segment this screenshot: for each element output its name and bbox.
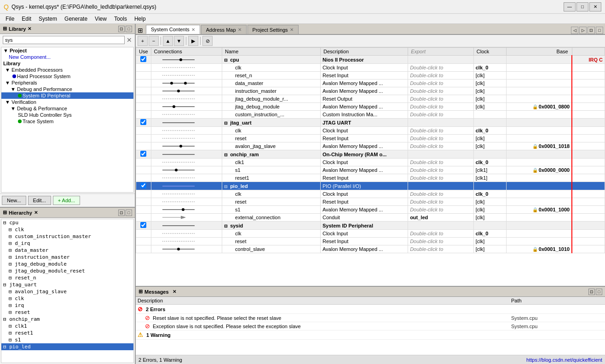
table-row[interactable]: clk Clock Input Double-click to clk_0 bbox=[136, 64, 605, 72]
hierarchy-close-icon[interactable]: ✕ bbox=[34, 210, 38, 215]
table-row[interactable]: instruction_master Avalon Memory Mapped … bbox=[136, 87, 605, 95]
use-ocram[interactable] bbox=[140, 151, 146, 157]
use-sysid[interactable] bbox=[140, 222, 146, 228]
menu-file[interactable]: File bbox=[2, 15, 18, 23]
library-close-icon[interactable]: ✕ bbox=[28, 26, 31, 31]
table-row[interactable]: reset Reset Input Double-click to [clk] bbox=[136, 135, 605, 142]
use-checkbox-cpu[interactable] bbox=[140, 56, 146, 62]
table-row[interactable]: ⊟ onchip_ram On-Chip Memory (RAM o... bbox=[136, 150, 605, 159]
library-search-clear-icon[interactable]: ✕ bbox=[127, 36, 132, 44]
table-row[interactable]: jtag_debug_module_r... Reset Output Doub… bbox=[136, 95, 605, 103]
hierarchy-detach-button[interactable]: ⊡ bbox=[118, 210, 125, 216]
menu-tools[interactable]: Tools bbox=[110, 15, 131, 23]
table-row[interactable]: reset1 Reset Input Double-click to [clk1… bbox=[136, 174, 605, 182]
table-row[interactable]: clk1 Clock Input Double-click to clk_0 bbox=[136, 159, 605, 166]
use-pio[interactable] bbox=[140, 182, 146, 188]
table-row[interactable]: s1 Avalon Memory Mapped ... Double-click… bbox=[136, 206, 605, 214]
close-button[interactable]: ✕ bbox=[589, 2, 601, 11]
error-item-1[interactable]: ⊘ Reset slave is not specified. Please s… bbox=[136, 314, 605, 322]
toolbar-remove-btn[interactable]: − bbox=[149, 36, 159, 46]
hier-pio-led[interactable]: ⊟ pio_led bbox=[1, 343, 133, 350]
toolbar-filter-btn[interactable]: ⊘ bbox=[202, 36, 213, 46]
use-jtaguart[interactable] bbox=[140, 119, 146, 125]
hier-data-master[interactable]: ⊟ data_master bbox=[1, 247, 133, 254]
hier-onchip-ram[interactable]: ⊟ onchip_ram bbox=[1, 316, 133, 323]
library-tree-item[interactable]: ▼ Project bbox=[1, 47, 133, 54]
library-new-component[interactable]: New Component... bbox=[1, 54, 133, 60]
hier-jtag-debug-reset[interactable]: ⊟ jtag_debug_module_reset bbox=[1, 267, 133, 274]
table-row[interactable]: avalon_jtag_slave Avalon Memory Mapped .… bbox=[136, 142, 605, 150]
menu-help[interactable]: Help bbox=[131, 15, 150, 23]
hier-clk1[interactable]: ⊟ clk bbox=[1, 226, 133, 233]
embedded-processors-item[interactable]: ▼ Embedded Processors bbox=[1, 67, 133, 73]
library-search-input[interactable] bbox=[3, 36, 125, 44]
tab-nav-right[interactable]: ▷ bbox=[579, 27, 587, 34]
table-row[interactable]: control_slave Avalon Memory Mapped ... D… bbox=[136, 245, 605, 253]
hier-reset1-2[interactable]: ⊟ reset1 bbox=[1, 330, 133, 336]
menu-generate[interactable]: Generate bbox=[61, 15, 91, 23]
hier-reset1[interactable]: ⊟ reset bbox=[1, 309, 133, 316]
new-button[interactable]: New... bbox=[2, 196, 26, 205]
messages-close-icon[interactable]: ✕ bbox=[173, 289, 176, 294]
tab-maximize[interactable]: □ bbox=[596, 27, 603, 34]
table-row[interactable]: custom_instruction_... Custom Instructio… bbox=[136, 111, 605, 119]
tab-nav-left[interactable]: ◁ bbox=[571, 27, 578, 34]
menu-view[interactable]: View bbox=[91, 15, 110, 23]
error-item-2[interactable]: ⊘ Exception slave is not specified. Plea… bbox=[136, 322, 605, 330]
table-row[interactable]: external_connection Conduit out_led [clk… bbox=[136, 214, 605, 222]
toolbar-run-btn[interactable]: ▶ bbox=[188, 36, 198, 46]
messages-maximize-button[interactable]: □ bbox=[596, 289, 602, 295]
hier-avalon-jtag[interactable]: ⊟ avalon_jtag_slave bbox=[1, 288, 133, 295]
hier-reset-n[interactable]: ⊟ reset_n bbox=[1, 274, 133, 281]
table-row[interactable]: clk Clock Input Double-click to clk_0 bbox=[136, 190, 605, 198]
table-row[interactable]: reset Reset Input Double-click to [clk] bbox=[136, 238, 605, 245]
tab-address-map[interactable]: Address Map ✕ bbox=[201, 25, 247, 34]
menu-edit[interactable]: Edit bbox=[18, 15, 35, 23]
table-row[interactable]: ⊟ sysid System ID Peripheral bbox=[136, 222, 605, 230]
toolbar-add-btn[interactable]: + bbox=[138, 36, 148, 46]
hier-jtag-uart[interactable]: ⊟ jtag_uart bbox=[1, 281, 133, 288]
tab-detach[interactable]: ⊡ bbox=[588, 27, 595, 34]
tab-project-settings-close[interactable]: ✕ bbox=[290, 27, 294, 32]
table-row[interactable]: reset_n Reset Input Double-click to [clk… bbox=[136, 72, 605, 80]
menu-system[interactable]: System bbox=[35, 15, 61, 23]
hard-processor-item[interactable]: Hard Processor System bbox=[1, 73, 133, 80]
hier-cpu[interactable]: ⊟ cpu bbox=[1, 219, 133, 226]
debug-perf2-item[interactable]: ▼ Debug & Performance bbox=[1, 105, 133, 112]
add-button[interactable]: + Add... bbox=[53, 196, 81, 205]
tab-system-contents[interactable]: System Contents ✕ bbox=[146, 25, 200, 34]
hier-jtag-debug[interactable]: ⊟ jtag_debug_module bbox=[1, 261, 133, 267]
minimize-button[interactable]: — bbox=[564, 2, 576, 11]
tab-project-settings[interactable]: Project Settings ✕ bbox=[248, 25, 299, 34]
table-row[interactable]: data_master Avalon Memory Mapped ... Dou… bbox=[136, 80, 605, 87]
maximize-button[interactable]: □ bbox=[576, 2, 588, 11]
hier-instr-master[interactable]: ⊟ instruction_master bbox=[1, 254, 133, 261]
trace-system-item[interactable]: Trace System bbox=[1, 118, 133, 125]
hier-clk2[interactable]: ⊟ clk bbox=[1, 295, 133, 302]
hier-irq[interactable]: ⊟ irq bbox=[1, 302, 133, 309]
table-row[interactable]: reset Reset Input Double-click to [clk] bbox=[136, 198, 605, 206]
verification-item[interactable]: ▼ Verification bbox=[1, 99, 133, 105]
toolbar-up-btn[interactable]: ▲ bbox=[163, 36, 173, 46]
edit-button[interactable]: Edit... bbox=[28, 196, 51, 205]
messages-detach-button[interactable]: ⊡ bbox=[588, 289, 595, 295]
system-id-peripheral-item[interactable]: System ID Peripheral bbox=[1, 92, 133, 99]
peripherals-item[interactable]: ▼ Peripherals bbox=[1, 80, 133, 86]
tab-system-contents-close[interactable]: ✕ bbox=[191, 27, 195, 32]
toolbar-down-btn[interactable]: ▼ bbox=[174, 36, 184, 46]
sld-hub-item[interactable]: SLD Hub Controller Sys bbox=[1, 112, 133, 118]
table-row[interactable]: ⊟ jtag_uart JTAG UART bbox=[136, 119, 605, 127]
table-row[interactable]: jtag_debug_module Avalon Memory Mapped .… bbox=[136, 103, 605, 111]
table-row[interactable]: clk Clock Input Double-click to clk_0 bbox=[136, 127, 605, 135]
hier-s1[interactable]: ⊟ s1 bbox=[1, 336, 133, 343]
hier-clk1-2[interactable]: ⊟ clk1 bbox=[1, 323, 133, 330]
table-row[interactable]: ⊟ cpu Nios II Processor IRQ C bbox=[136, 56, 605, 64]
hierarchy-maximize-button[interactable]: □ bbox=[126, 210, 132, 216]
library-detach-button[interactable]: ⊡ bbox=[118, 26, 125, 32]
hier-d-irq[interactable]: ⊟ d_irq bbox=[1, 240, 133, 247]
debug-performance-item[interactable]: ▼ Debug and Performance bbox=[1, 86, 133, 92]
table-row[interactable]: ⊟ pio_led PIO (Parallel I/O) bbox=[136, 182, 605, 190]
table-row[interactable]: clk Clock Input Double-click to clk_0 bbox=[136, 230, 605, 238]
table-row[interactable]: s1 Avalon Memory Mapped ... Double-click… bbox=[136, 166, 605, 174]
hier-custom-instr[interactable]: ⊟ custom_instruction_master bbox=[1, 233, 133, 240]
